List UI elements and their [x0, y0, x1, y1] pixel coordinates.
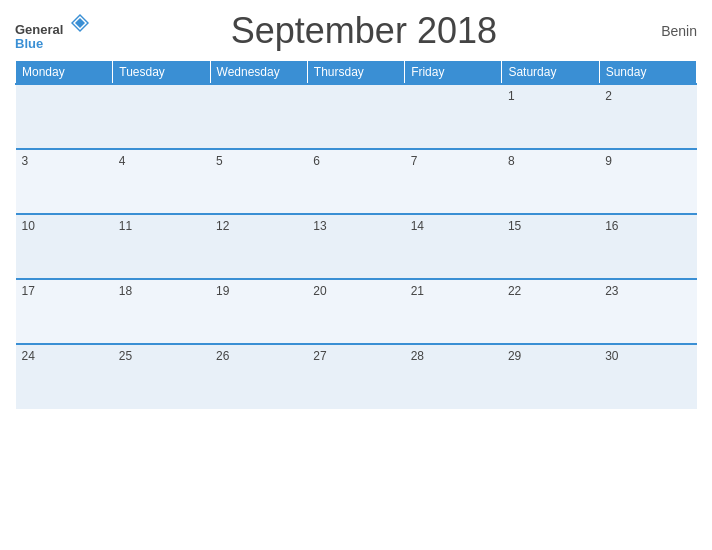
- calendar-day-cell: 17: [16, 279, 113, 344]
- header-friday: Friday: [405, 61, 502, 85]
- header-tuesday: Tuesday: [113, 61, 210, 85]
- calendar-day-cell: 4: [113, 149, 210, 214]
- calendar-day-cell: [405, 84, 502, 149]
- logo-blue-text: Blue: [15, 36, 43, 51]
- day-number: 17: [22, 284, 35, 298]
- day-number: 5: [216, 154, 223, 168]
- day-number: 23: [605, 284, 618, 298]
- day-number: 11: [119, 219, 132, 233]
- day-number: 20: [313, 284, 326, 298]
- calendar-week-row: 3456789: [16, 149, 697, 214]
- country-label: Benin: [637, 23, 697, 39]
- calendar-day-cell: 20: [307, 279, 404, 344]
- calendar-day-cell: 13: [307, 214, 404, 279]
- calendar-day-cell: 5: [210, 149, 307, 214]
- day-number: 4: [119, 154, 126, 168]
- calendar-day-cell: [307, 84, 404, 149]
- day-number: 19: [216, 284, 229, 298]
- calendar-day-cell: 7: [405, 149, 502, 214]
- calendar-day-cell: 21: [405, 279, 502, 344]
- calendar-day-cell: 10: [16, 214, 113, 279]
- day-number: 21: [411, 284, 424, 298]
- calendar-day-cell: 26: [210, 344, 307, 409]
- day-number: 26: [216, 349, 229, 363]
- day-number: 29: [508, 349, 521, 363]
- day-number: 10: [22, 219, 35, 233]
- logo: General Blue: [15, 12, 91, 51]
- day-number: 27: [313, 349, 326, 363]
- calendar-week-row: 24252627282930: [16, 344, 697, 409]
- calendar-day-cell: 2: [599, 84, 696, 149]
- day-number: 16: [605, 219, 618, 233]
- calendar-day-cell: 15: [502, 214, 599, 279]
- calendar-week-row: 17181920212223: [16, 279, 697, 344]
- header-wednesday: Wednesday: [210, 61, 307, 85]
- day-number: 25: [119, 349, 132, 363]
- day-number: 1: [508, 89, 515, 103]
- calendar-week-row: 10111213141516: [16, 214, 697, 279]
- calendar-day-cell: 3: [16, 149, 113, 214]
- calendar-day-cell: 24: [16, 344, 113, 409]
- calendar-day-cell: 9: [599, 149, 696, 214]
- calendar-day-cell: 12: [210, 214, 307, 279]
- calendar-page: General Blue September 2018 Benin Monday: [0, 0, 712, 550]
- day-number: 3: [22, 154, 29, 168]
- calendar-title: September 2018: [91, 10, 637, 52]
- day-number: 22: [508, 284, 521, 298]
- calendar-day-cell: 19: [210, 279, 307, 344]
- calendar-day-cell: 14: [405, 214, 502, 279]
- calendar-week-row: 12: [16, 84, 697, 149]
- calendar-day-cell: 28: [405, 344, 502, 409]
- day-number: 28: [411, 349, 424, 363]
- calendar-table: Monday Tuesday Wednesday Thursday Friday…: [15, 60, 697, 409]
- logo-flag-icon: [69, 12, 91, 34]
- calendar-day-cell: [16, 84, 113, 149]
- calendar-day-cell: 29: [502, 344, 599, 409]
- day-number: 9: [605, 154, 612, 168]
- calendar-day-cell: [210, 84, 307, 149]
- day-number: 2: [605, 89, 612, 103]
- day-number: 14: [411, 219, 424, 233]
- day-number: 8: [508, 154, 515, 168]
- calendar-day-cell: 18: [113, 279, 210, 344]
- calendar-day-cell: 8: [502, 149, 599, 214]
- header: General Blue September 2018 Benin: [15, 10, 697, 52]
- day-number: 6: [313, 154, 320, 168]
- weekday-header-row: Monday Tuesday Wednesday Thursday Friday…: [16, 61, 697, 85]
- calendar-day-cell: 23: [599, 279, 696, 344]
- calendar-day-cell: 22: [502, 279, 599, 344]
- calendar-day-cell: 6: [307, 149, 404, 214]
- calendar-day-cell: 30: [599, 344, 696, 409]
- calendar-day-cell: 1: [502, 84, 599, 149]
- day-number: 15: [508, 219, 521, 233]
- calendar-day-cell: [113, 84, 210, 149]
- logo-general-text: General: [15, 22, 63, 37]
- day-number: 12: [216, 219, 229, 233]
- day-number: 30: [605, 349, 618, 363]
- day-number: 24: [22, 349, 35, 363]
- calendar-day-cell: 27: [307, 344, 404, 409]
- calendar-day-cell: 11: [113, 214, 210, 279]
- calendar-day-cell: 16: [599, 214, 696, 279]
- header-thursday: Thursday: [307, 61, 404, 85]
- day-number: 7: [411, 154, 418, 168]
- header-saturday: Saturday: [502, 61, 599, 85]
- header-monday: Monday: [16, 61, 113, 85]
- calendar-day-cell: 25: [113, 344, 210, 409]
- day-number: 13: [313, 219, 326, 233]
- header-sunday: Sunday: [599, 61, 696, 85]
- day-number: 18: [119, 284, 132, 298]
